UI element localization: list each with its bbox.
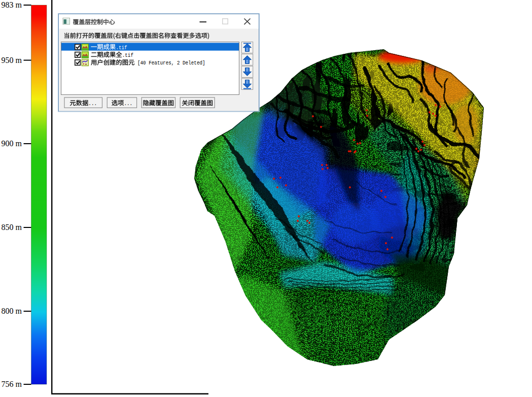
- svg-text:983 m: 983 m: [2, 1, 22, 9]
- svg-text:756 m: 756 m: [2, 380, 22, 388]
- svg-text:...: ...: [88, 101, 97, 107]
- svg-text:850 m: 850 m: [2, 223, 22, 231]
- svg-text:[40 Features, 2 Deleted]: [40 Features, 2 Deleted]: [134, 60, 205, 66]
- svg-text:900 m: 900 m: [2, 139, 22, 148]
- svg-text:...: ...: [124, 101, 132, 107]
- svg-text:.tif: .tif: [116, 45, 127, 51]
- svg-text:800 m: 800 m: [2, 307, 22, 315]
- svg-text:950 m: 950 m: [2, 56, 22, 64]
- svg-text:.tif: .tif: [122, 52, 133, 58]
